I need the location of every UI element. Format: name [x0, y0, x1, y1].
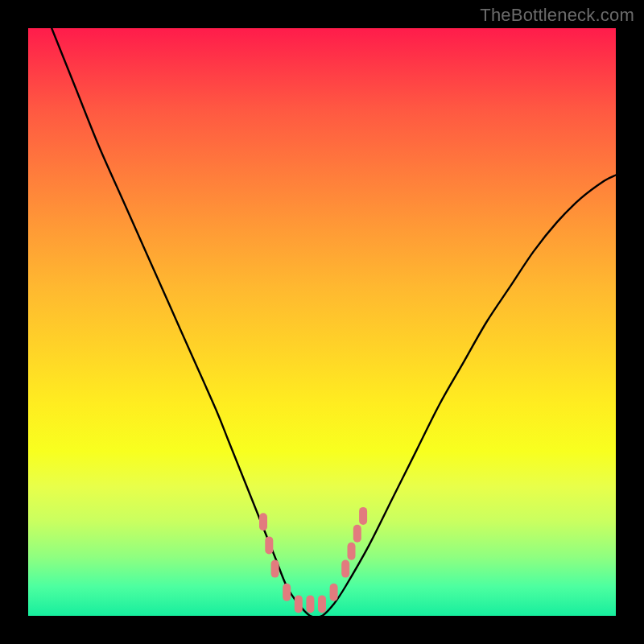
data-marker: [359, 507, 367, 525]
data-marker: [295, 595, 303, 613]
data-marker: [271, 560, 279, 578]
watermark-text: TheBottleneck.com: [480, 5, 634, 26]
bottleneck-curve: [52, 28, 616, 616]
chart-overlay: [28, 28, 616, 616]
marker-group: [259, 507, 367, 613]
chart-frame: TheBottleneck.com: [0, 0, 644, 644]
data-marker: [318, 595, 326, 613]
data-marker: [341, 560, 349, 578]
data-marker: [330, 584, 338, 601]
data-marker: [283, 584, 291, 601]
data-marker: [306, 595, 314, 613]
data-marker: [259, 513, 267, 530]
data-marker: [265, 536, 273, 554]
data-marker: [353, 525, 361, 543]
plot-area: [28, 28, 616, 616]
data-marker: [348, 543, 356, 560]
